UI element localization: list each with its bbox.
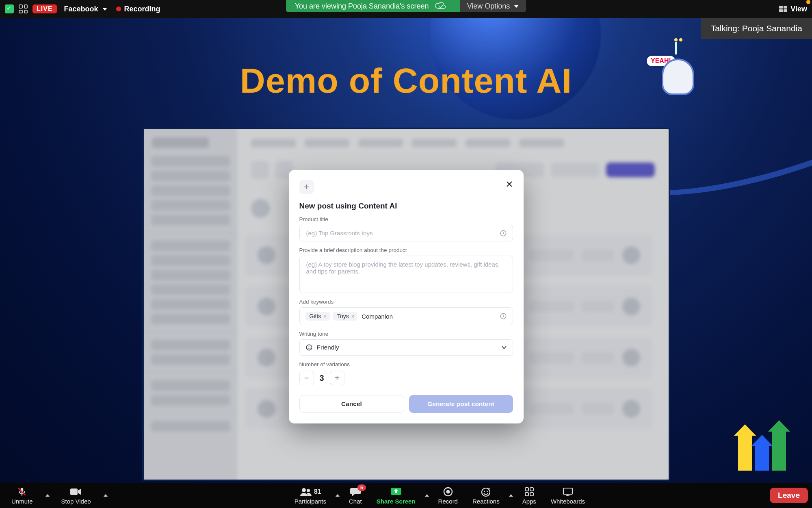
participants-button[interactable]: 81 Participants <box>287 483 333 508</box>
reactions-caret[interactable] <box>507 483 515 508</box>
product-title-label: Product title <box>299 216 513 222</box>
recording-indicator[interactable]: Recording <box>116 5 160 13</box>
decor-arrows <box>736 430 788 471</box>
svg-point-11 <box>482 488 490 496</box>
chevron-down-icon <box>501 345 507 350</box>
svg-point-7 <box>307 489 310 492</box>
product-title-field[interactable] <box>299 225 513 241</box>
record-icon <box>443 486 453 497</box>
svg-point-13 <box>487 491 488 492</box>
tone-value: Friendly <box>317 344 339 351</box>
video-options-caret[interactable] <box>102 483 110 508</box>
remove-tag-icon[interactable]: × <box>351 313 355 319</box>
description-field[interactable] <box>299 256 513 293</box>
svg-rect-5 <box>70 488 78 495</box>
reactions-icon <box>481 486 491 497</box>
apps-grid-icon[interactable] <box>19 4 28 13</box>
stream-source-label: Facebook <box>64 5 98 13</box>
svg-point-3 <box>307 347 308 347</box>
active-speaker-overlay: Talking: Pooja Sanandia <box>701 18 812 39</box>
decor-robot: YEAH! <box>650 38 706 99</box>
share-screen-button[interactable]: Share Screen <box>369 483 423 508</box>
share-options-caret[interactable] <box>423 483 431 508</box>
reactions-button[interactable]: Reactions <box>465 483 507 508</box>
participants-caret[interactable] <box>333 483 342 508</box>
tone-label: Writing tone <box>299 331 513 337</box>
svg-point-2 <box>306 345 312 350</box>
stop-video-button[interactable]: Stop Video <box>54 483 98 508</box>
svg-point-12 <box>484 491 485 492</box>
generate-button[interactable]: Generate post content <box>409 395 513 413</box>
recording-label: Recording <box>124 5 160 13</box>
description-textarea[interactable] <box>305 260 507 276</box>
notification-dot-icon <box>806 0 810 4</box>
chevron-down-icon <box>102 8 107 11</box>
modal-close-button[interactable] <box>503 178 515 190</box>
svg-rect-15 <box>530 488 533 491</box>
plus-icon: + <box>299 180 314 194</box>
record-button[interactable]: Record <box>431 483 465 508</box>
encryption-shield-icon[interactable] <box>5 4 14 13</box>
unmute-button[interactable]: Unmute <box>4 483 40 508</box>
keywords-input[interactable] <box>361 313 496 320</box>
decrement-button[interactable]: − <box>299 371 314 385</box>
live-badge: LIVE <box>32 4 57 13</box>
remove-tag-icon[interactable]: × <box>323 313 327 319</box>
whiteboards-button[interactable]: Whiteboards <box>543 483 592 508</box>
description-label: Provide a brief description about the pr… <box>299 247 513 253</box>
stream-source-dropdown[interactable]: Facebook <box>64 5 107 13</box>
chat-unread-badge: 5 <box>357 484 366 491</box>
screen-share-banner: You are viewing Pooja Sanandia's screen … <box>286 0 526 12</box>
app-sidebar <box>144 129 237 480</box>
view-options-dropdown[interactable]: View Options <box>460 0 526 12</box>
view-layout-button[interactable]: View <box>779 5 807 13</box>
apps-button[interactable]: Apps <box>515 483 543 508</box>
product-title-input[interactable] <box>305 229 496 237</box>
svg-rect-18 <box>563 488 572 494</box>
mic-muted-icon <box>17 486 27 497</box>
whiteboard-icon <box>562 486 574 497</box>
keyword-tag: Gifts × <box>305 312 330 321</box>
meeting-topbar: LIVE Facebook Recording You are viewing … <box>0 0 812 18</box>
variations-value: 3 <box>320 373 324 383</box>
close-icon <box>506 181 513 187</box>
keyword-tag: Toys × <box>333 312 357 321</box>
tone-select[interactable]: Friendly <box>299 339 513 356</box>
modal-heading: New post using Content AI <box>299 202 513 211</box>
keywords-field[interactable]: Gifts × Toys × <box>299 307 513 325</box>
cancel-button[interactable]: Cancel <box>299 395 404 413</box>
svg-point-4 <box>310 347 310 347</box>
variations-label: Number of variations <box>299 361 513 367</box>
gallery-view-icon <box>779 6 787 12</box>
chevron-down-icon <box>514 5 519 8</box>
svg-rect-14 <box>525 488 528 491</box>
leave-button[interactable]: Leave <box>770 488 808 503</box>
banner-viewing-text: You are viewing Pooja Sanandia's screen <box>286 0 460 12</box>
svg-rect-17 <box>530 493 533 496</box>
svg-point-6 <box>302 488 306 492</box>
record-dot-icon <box>116 7 121 11</box>
smile-icon <box>305 344 313 351</box>
meeting-toolbar: Unmute Stop Video 81 Participants Chat <box>0 483 812 508</box>
shared-screen-stage: Demo of Content AI YEAH! <box>0 18 812 483</box>
svg-rect-16 <box>525 493 528 496</box>
apps-icon <box>524 486 534 497</box>
increment-button[interactable]: + <box>330 371 344 385</box>
share-screen-icon <box>390 486 402 497</box>
shared-app-window: + New post using Content AI Product titl… <box>142 128 670 481</box>
participants-count: 81 <box>314 488 321 495</box>
participants-icon: 81 <box>299 486 321 497</box>
slide-title: Demo of Content AI <box>240 61 572 101</box>
content-ai-modal: + New post using Content AI Product titl… <box>289 170 524 423</box>
cloud-check-icon <box>435 2 447 10</box>
keywords-label: Add keywords <box>299 299 513 305</box>
history-icon[interactable] <box>500 230 507 237</box>
history-icon[interactable] <box>500 313 507 320</box>
video-icon <box>70 486 82 497</box>
variations-stepper: − 3 + <box>299 371 513 385</box>
audio-options-caret[interactable] <box>43 483 52 508</box>
chat-button[interactable]: Chat 5 <box>342 483 369 508</box>
svg-point-10 <box>446 490 450 493</box>
